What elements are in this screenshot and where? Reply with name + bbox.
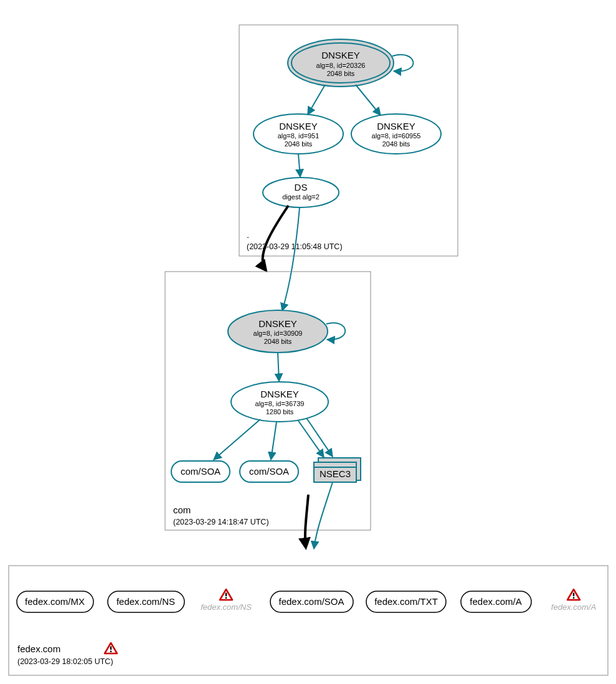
svg-text:fedex.com/MX: fedex.com/MX — [25, 596, 85, 607]
svg-text:com/SOA: com/SOA — [249, 466, 289, 477]
edge-root-zsk1-to-ds — [298, 154, 300, 177]
node-root-ds: DS digest alg=2 — [263, 178, 339, 207]
svg-text:alg=8, id=36739: alg=8, id=36739 — [255, 400, 305, 407]
node-com-ksk: DNSKEY alg=8, id=30909 2048 bits — [228, 310, 345, 353]
svg-text:2048 bits: 2048 bits — [285, 140, 313, 148]
node-root-ksk: DNSKEY alg=8, id=20326 2048 bits — [288, 39, 413, 87]
svg-text:fedex.com/NS: fedex.com/NS — [116, 596, 175, 607]
zone-com-timestamp: (2023-03-29 14:18:47 UTC) — [173, 518, 269, 526]
warning-icon — [567, 589, 580, 600]
edge-root-ksk-to-zsk1 — [308, 85, 325, 115]
rrset-fedex-a-warning: fedex.com/A — [551, 589, 596, 612]
svg-text:DNSKEY: DNSKEY — [377, 121, 415, 131]
edge-com-ksk-to-zsk — [278, 353, 279, 381]
node-root-zsk-951: DNSKEY alg=8, id=951 2048 bits — [254, 114, 343, 154]
svg-text:fedex.com/A: fedex.com/A — [470, 596, 521, 607]
edge-com-zsk-to-soa1 — [214, 419, 260, 460]
svg-text:DNSKEY: DNSKEY — [260, 389, 299, 399]
svg-text:alg=8, id=30909: alg=8, id=30909 — [254, 330, 303, 337]
node-root-zsk-60955: DNSKEY alg=8, id=60955 2048 bits — [351, 114, 441, 154]
svg-text:DS: DS — [295, 182, 308, 192]
svg-text:alg=8, id=951: alg=8, id=951 — [278, 132, 320, 140]
rrset-fedex-a: fedex.com/A — [461, 591, 531, 612]
svg-text:alg=8, id=60955: alg=8, id=60955 — [372, 132, 421, 140]
edge-com-to-fedex-deleg — [305, 495, 308, 548]
svg-text:DNSKEY: DNSKEY — [258, 318, 297, 329]
rrset-fedex-ns-warning: fedex.com/NS — [201, 589, 252, 612]
svg-text:fedex.com/NS: fedex.com/NS — [201, 602, 252, 612]
edge-com-ksk-self — [326, 323, 345, 340]
svg-text:DNSKEY: DNSKEY — [321, 50, 360, 60]
node-com-soa-2: com/SOA — [240, 461, 298, 482]
svg-text:alg=8, id=20326: alg=8, id=20326 — [316, 62, 366, 69]
node-com-zsk: DNSKEY alg=8, id=36739 1280 bits — [231, 382, 328, 422]
edge-root-ksk-to-zsk2 — [356, 85, 381, 115]
svg-text:fedex.com/A: fedex.com/A — [551, 602, 596, 612]
rrset-fedex-mx: fedex.com/MX — [17, 591, 93, 612]
warning-icon — [220, 589, 232, 600]
svg-text:2048 bits: 2048 bits — [382, 140, 410, 148]
zone-root: . (2023-03-29 11:05:48 UTC) DNSKEY alg=8… — [239, 25, 458, 256]
svg-text:digest alg=2: digest alg=2 — [282, 193, 320, 201]
warning-icon — [105, 643, 117, 653]
svg-text:NSEC3: NSEC3 — [320, 468, 351, 479]
zone-fedex-label: fedex.com — [17, 644, 60, 654]
zone-com: com (2023-03-29 14:18:47 UTC) DNSKEY alg… — [165, 272, 371, 530]
svg-text:DNSKEY: DNSKEY — [279, 121, 318, 131]
rrset-fedex-soa: fedex.com/SOA — [270, 591, 353, 612]
edge-root-to-com-deleg — [263, 206, 288, 270]
edge-com-zsk-to-soa2 — [271, 422, 277, 460]
zone-com-label: com — [173, 505, 191, 515]
svg-text:fedex.com/SOA: fedex.com/SOA — [278, 596, 344, 607]
zone-fedex-timestamp: (2023-03-29 18:02:05 UTC) — [17, 657, 113, 666]
rrset-fedex-txt: fedex.com/TXT — [366, 591, 446, 612]
zone-fedex: fedex.com (2023-03-29 18:02:05 UTC) fede… — [9, 566, 608, 675]
dnsviz-diagram: . (2023-03-29 11:05:48 UTC) DNSKEY alg=8… — [0, 0, 616, 684]
svg-text:fedex.com/TXT: fedex.com/TXT — [374, 596, 438, 607]
node-com-soa-1: com/SOA — [171, 461, 230, 482]
rrset-fedex-ns: fedex.com/NS — [108, 591, 184, 612]
svg-text:com/SOA: com/SOA — [181, 466, 220, 477]
svg-text:2048 bits: 2048 bits — [327, 70, 355, 77]
svg-text:2048 bits: 2048 bits — [264, 338, 292, 345]
edge-root-ksk-self — [392, 55, 413, 72]
zone-root-label: . — [247, 229, 249, 240]
edge-nsec3-to-fedex — [314, 482, 333, 549]
svg-text:1280 bits: 1280 bits — [266, 408, 294, 416]
node-com-nsec3: NSEC3 — [314, 458, 361, 482]
edge-ds-to-com-ksk — [282, 207, 300, 311]
